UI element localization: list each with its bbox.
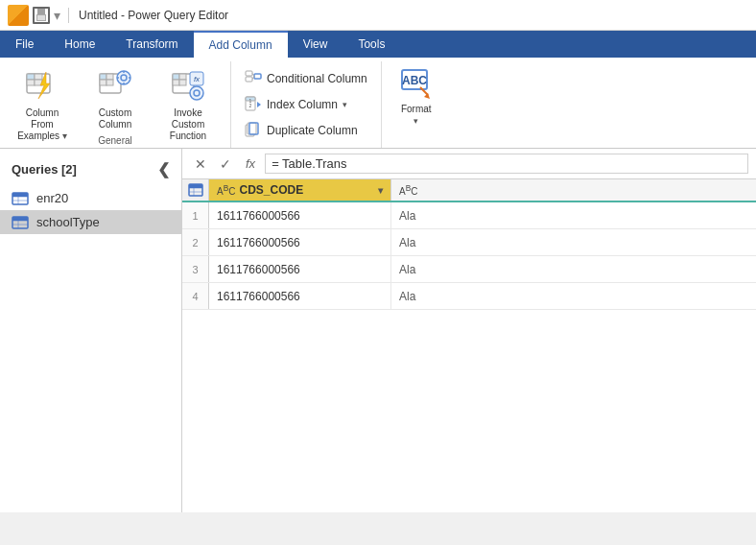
svg-rect-18: [173, 74, 179, 80]
col-header-secondary[interactable]: ABC: [391, 179, 439, 201]
general-group-label: General: [0, 135, 230, 146]
svg-rect-27: [246, 77, 252, 82]
index-column-label: Index Column: [267, 98, 338, 111]
svg-rect-54: [189, 184, 202, 188]
svg-rect-2: [35, 74, 42, 80]
invoke-custom-function-button[interactable]: fx Invoke Custom Function: [154, 65, 223, 146]
title-text: Untitled - Power Query Editor: [79, 9, 228, 22]
sidebar-item-enr20-label: enr20: [36, 191, 68, 205]
svg-text:fx: fx: [194, 75, 201, 83]
cell-col2: Ala: [391, 256, 439, 282]
sidebar-item-enr20-icon: [12, 192, 29, 205]
svg-text:2: 2: [249, 103, 252, 108]
index-column-dropdown-icon: ▾: [343, 100, 347, 109]
small-buttons-group: Conditional Column 1 2 Index Column ▾: [239, 61, 373, 142]
svg-point-24: [190, 86, 203, 100]
row-number: 4: [182, 283, 209, 309]
col2-type-badge: ABC: [399, 183, 417, 197]
index-column-icon: 1 2: [245, 96, 262, 113]
grid-body: 1 1611766000566 Ala 2 1611766000566 Ala …: [182, 202, 756, 310]
table-row: 4 1611766000566 Ala: [182, 283, 756, 310]
column-from-examples-icon: [24, 69, 60, 106]
title-bar: ▾ Untitled - Power Query Editor: [0, 0, 756, 31]
col-header-cds-code[interactable]: ABC CDS_CODE ▾: [209, 179, 391, 201]
svg-text:ABC: ABC: [402, 74, 427, 87]
sidebar-item-enr20[interactable]: enr20: [0, 186, 181, 210]
custom-column-label: Custom Column: [86, 107, 144, 130]
cell-cds-code: 1611766000566: [209, 202, 391, 228]
format-icon: ABC: [398, 65, 435, 102]
format-button[interactable]: ABC Format ▾: [390, 61, 443, 130]
cell-cds-code: 1611766000566: [209, 283, 391, 309]
svg-rect-19: [179, 74, 186, 80]
cds-code-type-badge: ABC: [217, 183, 235, 197]
svg-rect-8: [106, 74, 113, 80]
ribbon: Column From Examples ▾: [0, 58, 756, 149]
svg-rect-9: [100, 80, 106, 85]
row-number: 1: [182, 202, 209, 228]
table-row: 1 1611766000566 Ala: [182, 202, 756, 229]
grid-table-button[interactable]: [182, 179, 209, 201]
svg-rect-44: [12, 193, 28, 197]
duplicate-column-icon: [245, 122, 262, 139]
tab-file[interactable]: File: [0, 31, 49, 58]
title-separator: ▾: [54, 8, 60, 23]
svg-rect-26: [246, 71, 252, 76]
cell-col2: Ala: [391, 202, 439, 228]
svg-rect-1: [27, 74, 35, 80]
svg-rect-21: [179, 80, 186, 85]
svg-rect-3: [27, 80, 35, 85]
data-area: ✕ ✓ fx = Table.Trans: [182, 149, 756, 512]
title-bar-icons: ▾: [8, 5, 73, 26]
ribbon-group-general: Column From Examples ▾: [0, 61, 231, 148]
format-label: Format ▾: [401, 104, 432, 127]
title-divider: [68, 8, 69, 23]
svg-rect-7: [100, 74, 106, 80]
formula-bar: ✕ ✓ fx = Table.Trans: [182, 149, 756, 179]
cell-cds-code: 1611766000566: [209, 229, 391, 255]
invoke-custom-function-icon: fx: [170, 69, 206, 106]
conditional-column-button[interactable]: Conditional Column: [239, 67, 373, 90]
cds-code-header-label: CDS_CODE: [239, 183, 303, 197]
app-icon: [8, 5, 29, 26]
main-area: Queries [2] ❮ enr20: [0, 149, 756, 512]
table-row: 3 1611766000566 Ala: [182, 256, 756, 283]
column-from-examples-button[interactable]: Column From Examples ▾: [8, 65, 77, 146]
svg-rect-28: [254, 74, 261, 79]
svg-rect-49: [12, 217, 28, 221]
conditional-column-label: Conditional Column: [267, 72, 367, 85]
index-column-button[interactable]: 1 2 Index Column ▾: [239, 93, 373, 116]
ribbon-tabs-row: File Home Transform Add Column View Tool…: [0, 31, 756, 58]
grid-header: ABC CDS_CODE ▾ ABC: [182, 179, 756, 202]
tab-transform[interactable]: Transform: [110, 31, 193, 58]
table-row: 2 1611766000566 Ala: [182, 229, 756, 256]
tab-add-column[interactable]: Add Column: [194, 31, 288, 58]
row-number: 3: [182, 256, 209, 282]
cds-code-dropdown-icon[interactable]: ▾: [378, 185, 383, 196]
save-icon[interactable]: [33, 7, 50, 24]
custom-column-button[interactable]: Custom Column: [81, 65, 150, 134]
data-grid: ABC CDS_CODE ▾ ABC 1 1611766000566 Ala: [182, 179, 756, 512]
cell-col2: Ala: [391, 229, 439, 255]
sidebar-item-schooltype[interactable]: schoolType: [0, 210, 181, 234]
duplicate-column-label: Duplicate Column: [267, 124, 358, 137]
duplicate-column-button[interactable]: Duplicate Column: [239, 119, 373, 142]
conditional-column-icon: [245, 70, 262, 87]
tab-tools[interactable]: Tools: [343, 31, 400, 58]
formula-input[interactable]: = Table.Trans: [265, 154, 748, 174]
sidebar-item-schooltype-icon: [12, 216, 29, 229]
cell-col2: Ala: [391, 283, 439, 309]
cell-cds-code: 1611766000566: [209, 256, 391, 282]
ribbon-group-format: ABC Format ▾: [382, 61, 451, 148]
svg-rect-10: [106, 80, 113, 85]
ribbon-group-add-column-from: Conditional Column 1 2 Index Column ▾: [231, 61, 382, 148]
custom-column-icon: [97, 69, 133, 106]
tab-view[interactable]: View: [288, 31, 343, 58]
sidebar-title: Queries [2]: [12, 162, 77, 177]
sidebar-item-schooltype-label: schoolType: [36, 215, 100, 229]
svg-marker-35: [257, 102, 261, 107]
tab-home[interactable]: Home: [49, 31, 110, 58]
sidebar: Queries [2] ❮ enr20: [0, 149, 182, 512]
svg-rect-20: [173, 80, 179, 85]
row-number: 2: [182, 229, 209, 255]
